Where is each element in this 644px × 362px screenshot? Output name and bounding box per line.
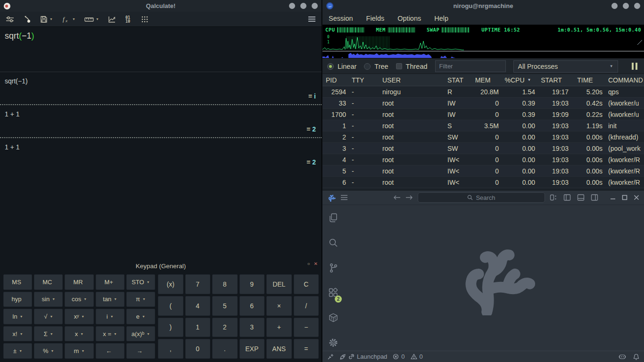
keypad-button[interactable]: 9 [239, 274, 265, 294]
maximize-button[interactable] [623, 3, 629, 9]
keypad-button[interactable]: = [294, 339, 319, 359]
extensions-icon[interactable]: 2 [328, 288, 339, 300]
git-branch-icon[interactable] [329, 263, 338, 275]
keypad-button[interactable]: 7 [185, 274, 211, 294]
history-entry[interactable]: sqrt(−1) = i [0, 72, 322, 105]
menu-item[interactable]: Help [434, 15, 448, 22]
column-header[interactable]: COMMAND [603, 76, 644, 84]
keypad-button[interactable]: tan▼ [96, 292, 124, 307]
keypad-button[interactable]: (x) [158, 274, 183, 294]
keypad-button[interactable]: , [158, 339, 183, 359]
keypad-button[interactable]: x!▼ [3, 326, 32, 342]
search-input[interactable]: Search [418, 192, 545, 203]
keypad-button[interactable]: 2 [212, 318, 238, 337]
keypad-button[interactable]: x▼ [65, 326, 93, 342]
process-row[interactable]: 2 - root SW 0 0.00 19:03 0.00s (kthreadd… [322, 132, 644, 143]
menu-item[interactable]: Session [329, 15, 353, 22]
keypad-button[interactable]: ( [158, 296, 183, 316]
keypad-button[interactable]: ±▼ [3, 343, 32, 359]
process-row[interactable]: 5 - root IW< 0 0.00 19:03 0.00s (kworker… [322, 165, 644, 177]
app-menu-icon[interactable] [340, 195, 348, 200]
keypad-button[interactable]: EXP [239, 339, 265, 359]
column-header[interactable]: MEM [469, 76, 500, 84]
nav-back-icon[interactable] [393, 195, 401, 200]
keypad-button[interactable]: x =▼ [96, 326, 124, 342]
tree-radio[interactable] [364, 63, 371, 70]
process-row[interactable]: 1700 - root IW 0 0.39 19:09 0.22s (kwork… [322, 109, 644, 120]
keypad-detach-icon[interactable]: ○ [307, 261, 310, 266]
zed-empty-workspace[interactable] [344, 205, 644, 351]
keypad-button[interactable]: xʸ▼ [65, 309, 93, 324]
package-box-icon[interactable] [328, 313, 339, 325]
keypad-button[interactable]: ln▼ [3, 309, 32, 324]
close-button[interactable] [312, 3, 318, 9]
keypad-button[interactable]: 8 [212, 274, 238, 294]
process-row[interactable]: 6 - root IW< 0 0.00 19:03 0.00s (kworker… [322, 177, 644, 188]
process-filter-select[interactable]: All Processes ▼ [513, 60, 618, 73]
units-icon[interactable]: ▼ [84, 16, 99, 23]
mode-icon[interactable] [6, 16, 14, 23]
bases-icon[interactable]: 0110 [125, 15, 132, 24]
thread-checkbox[interactable] [396, 63, 402, 69]
save-dropdown-arrow[interactable]: ▼ [50, 17, 53, 21]
keypad-button[interactable]: a(x)ᵇ▼ [126, 326, 155, 342]
keypad-button[interactable]: + [266, 318, 292, 337]
history-entry[interactable]: 1 + 1 = 2 [0, 105, 322, 138]
units-dropdown-arrow[interactable]: ▼ [96, 17, 99, 21]
menu-icon[interactable] [308, 16, 316, 22]
toggle-right-dock-icon[interactable] [591, 194, 598, 201]
keypad-button[interactable]: ANS [266, 339, 292, 359]
menu-item[interactable]: Fields [366, 15, 385, 22]
keypad-button[interactable]: MR [65, 274, 93, 290]
process-row[interactable]: 4 - root IW< 0 0.00 19:03 0.00s (kworker… [322, 154, 644, 165]
process-row[interactable]: 1 - root S 3.5M 0.00 19:03 1.19s init [322, 120, 644, 132]
thread-label[interactable]: Thread [406, 63, 428, 70]
keypad-button[interactable]: DEL [266, 274, 292, 294]
files-icon[interactable] [328, 213, 339, 225]
keypad-button[interactable]: . [212, 339, 238, 359]
copilot-icon[interactable] [619, 354, 626, 360]
close-button[interactable] [634, 3, 640, 9]
keypad-button[interactable]: 0 [185, 339, 211, 359]
error-counter[interactable]: 0 0 [393, 353, 422, 360]
linear-radio[interactable] [327, 63, 334, 70]
keypad-button[interactable]: m▼ [65, 343, 93, 359]
zed-logo-icon[interactable] [327, 194, 336, 202]
bell-icon[interactable] [633, 354, 639, 360]
column-header[interactable]: PID [322, 76, 347, 84]
keypad-button[interactable]: MC [34, 274, 63, 290]
keypad-button[interactable]: × [266, 296, 292, 316]
column-header[interactable]: %CPU▼ [500, 76, 536, 84]
toggle-left-dock-icon[interactable] [563, 194, 571, 201]
keypad-button[interactable]: Σ▼ [34, 326, 63, 342]
keypad-button[interactable]: sin▼ [34, 292, 63, 307]
minimize-button[interactable] [610, 195, 616, 200]
keypad-close-icon[interactable]: ✕ [314, 261, 318, 266]
settings-gear-icon[interactable] [328, 337, 339, 350]
keypad-button[interactable]: e▼ [126, 309, 155, 324]
project-indicator[interactable]: Launchpad [339, 353, 387, 360]
keypad-button[interactable]: ) [158, 318, 183, 337]
toggle-bottom-dock-icon[interactable] [577, 194, 585, 201]
keypad-button[interactable]: 1 [185, 318, 211, 337]
keypad-button[interactable]: π▼ [126, 292, 155, 307]
keypad-button[interactable]: − [294, 318, 319, 337]
column-header[interactable]: STAT [443, 76, 469, 84]
keypad-button[interactable]: hyp [3, 292, 32, 307]
layout-grid-icon[interactable] [550, 194, 557, 201]
history-entry[interactable]: 1 + 1 = 2 [0, 138, 322, 170]
minimize-button[interactable] [289, 3, 295, 9]
maximize-button[interactable] [622, 195, 627, 200]
column-header[interactable]: TIME [570, 76, 603, 84]
keypad-button[interactable]: → [126, 343, 155, 359]
keypad-button[interactable]: ← [96, 343, 124, 359]
maximize-button[interactable] [300, 3, 306, 9]
keypad-button[interactable]: M+ [96, 274, 124, 290]
column-header[interactable]: USER [378, 76, 443, 84]
keypad-button[interactable]: i▼ [96, 309, 124, 324]
keypad-button[interactable]: MS [3, 274, 32, 290]
expression-input[interactable]: sqrt(−1) [0, 27, 322, 72]
keypad-button[interactable]: 3 [239, 318, 265, 337]
functions-icon[interactable]: fx ▼ [62, 16, 75, 23]
keypad-button[interactable]: 5 [212, 296, 238, 316]
